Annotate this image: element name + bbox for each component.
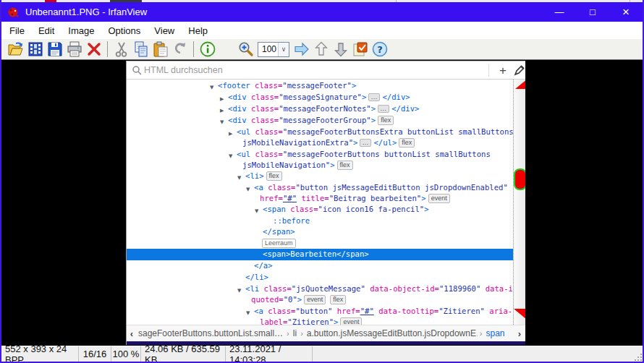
menu-bar: File Edit Image Options View Help	[1, 22, 643, 39]
tree-segment: data-object-id=	[365, 284, 439, 293]
tree-segment: ::before	[273, 216, 310, 225]
tree-row: jsMobileNavigationExtra">…</ul>flex	[242, 137, 417, 149]
print-button[interactable]	[64, 40, 84, 59]
devtools-markup-tree: ▼<footer class="messageFooter">▶<div cla…	[127, 80, 525, 325]
tree-segment: title=	[297, 194, 329, 202]
open-folder-button[interactable]	[6, 40, 25, 59]
tree-row: </li>	[245, 272, 268, 283]
close-button[interactable]: ×	[609, 2, 643, 22]
chevron-down-icon[interactable]: ∨	[278, 43, 289, 56]
tree-row: ▼<footer class="messageFooter">	[218, 80, 356, 92]
menu-edit[interactable]: Edit	[32, 23, 61, 38]
tree-segment: >	[352, 81, 356, 90]
divider	[488, 64, 489, 77]
tree-segment: >	[371, 104, 376, 113]
info-button[interactable]	[198, 40, 217, 59]
toolbar: 100∨?	[1, 39, 643, 60]
devtools-breadcrumb-bar: ‹ sageFooterButtons.buttonList.small… › …	[127, 325, 525, 341]
tree-row: </span>	[263, 226, 295, 238]
maximize-button[interactable]: □	[576, 2, 609, 22]
tree-badge: event	[304, 295, 326, 304]
add-node-icon: +	[494, 61, 512, 80]
save-button[interactable]	[45, 40, 64, 59]
slideshow-icon	[27, 40, 44, 58]
tree-segment: aria-	[485, 307, 512, 315]
undo-button[interactable]	[170, 40, 190, 59]
irfanview-logo-icon[interactable]	[7, 7, 19, 18]
paste-button[interactable]	[151, 40, 170, 59]
tree-segment: >	[362, 93, 366, 101]
search-icon	[132, 65, 142, 77]
breadcrumb-item: sageFooterButtons.buttonList.small…	[137, 328, 284, 338]
delete-button[interactable]	[84, 40, 103, 59]
arrow-right-button[interactable]	[292, 40, 311, 59]
zoom-percent-combobox[interactable]: 100∨	[258, 42, 289, 57]
breadcrumb-separator-icon: ›	[298, 329, 305, 338]
tree-segment: "1189960"	[439, 284, 480, 293]
menu-image[interactable]: Image	[62, 23, 101, 38]
menu-help[interactable]: Help	[182, 23, 214, 38]
delete-icon	[85, 40, 103, 58]
tree-badge: …	[378, 105, 389, 113]
tree-segment: "messageFooterButtonsExtra buttonList sm…	[283, 127, 514, 136]
expand-arrow-icon: ▼	[237, 173, 241, 184]
toolbar-separator	[193, 41, 194, 57]
tree-segment: "messageFooterGroup"	[279, 116, 371, 124]
status-file-index: 16/16	[79, 346, 111, 362]
tree-badge: …	[368, 93, 380, 101]
tree-row: ::before	[273, 215, 310, 227]
cut-button[interactable]	[111, 40, 131, 59]
tree-row: ▶<ul class="messageFooterButtonsExtra bu…	[237, 127, 514, 138]
tree-row: Leerraum	[260, 238, 298, 249]
tree-row: ▼<li class="jsQuoteMessage" data-object-…	[245, 283, 522, 295]
tree-segment: jsMobileNavigationExtra"	[242, 138, 353, 147]
tree-segment: class=	[250, 81, 283, 90]
tree-segment: <ul	[237, 150, 250, 158]
tree-segment: </div>	[391, 104, 419, 113]
paste-icon	[152, 40, 169, 58]
expand-arrow-icon: ▼	[246, 184, 250, 195]
zoom-icon	[237, 40, 255, 58]
displayed-image-devtools-screenshot: HTML durchsuchen + ▼<footer class="messa…	[126, 61, 525, 345]
tree-badge: flex	[330, 295, 346, 304]
tree-segment: <li	[245, 284, 259, 293]
copy-button[interactable]	[131, 40, 151, 59]
info-icon	[199, 40, 216, 58]
help-button[interactable]: ?	[370, 40, 389, 59]
arrow-right-icon	[293, 40, 310, 58]
menu-file[interactable]: File	[3, 23, 31, 38]
help-icon: ?	[371, 40, 389, 58]
tree-segment: </a>	[254, 261, 273, 270]
copy-icon	[132, 40, 150, 58]
tree-badge: Leerraum	[262, 239, 296, 248]
menu-view[interactable]: View	[148, 23, 181, 38]
tree-row: ▼<li>flex	[245, 171, 284, 182]
menu-options[interactable]: Options	[102, 23, 148, 38]
tree-segment: "messageFooter"	[282, 81, 352, 90]
zoom-button[interactable]	[236, 40, 255, 59]
tree-segment: </ul>	[373, 138, 397, 147]
tree-segment: >	[424, 205, 428, 213]
tree-row-selected: <span>Bearbeiten</span>	[127, 249, 513, 260]
resize-grip[interactable]	[633, 352, 642, 361]
tree-row: ▼<a class="button" href="#" data-tooltip…	[254, 306, 512, 317]
slideshow-button[interactable]	[25, 40, 45, 59]
arrow-down-button[interactable]	[331, 40, 350, 59]
tree-segment: class=	[250, 127, 283, 136]
image-canvas: HTML durchsuchen + ▼<footer class="messa…	[1, 60, 643, 346]
tree-segment: "icon icon16 fa-pencil"	[318, 205, 425, 213]
expand-arrow-icon: ▼	[210, 82, 213, 93]
tree-row: href="#" title="Beitrag bearbeiten">even…	[260, 193, 452, 205]
red-marker-bottom	[514, 309, 525, 319]
arrow-up-button[interactable]	[311, 40, 331, 59]
tree-segment: <div	[228, 104, 247, 113]
tree-segment: quoted=	[251, 295, 284, 304]
tree-segment: <a	[254, 307, 263, 315]
tree-badge: flex	[399, 138, 415, 148]
tree-badge: flex	[337, 161, 353, 170]
tree-segment: <span>Bearbeiten</span>	[263, 249, 369, 258]
tree-row: jsMobileNavigation">flex	[242, 160, 355, 171]
minimize-button[interactable]: —	[543, 2, 576, 22]
jpg-lossless-check-button[interactable]	[350, 40, 370, 59]
tree-segment: jsMobileNavigation"	[242, 161, 330, 169]
